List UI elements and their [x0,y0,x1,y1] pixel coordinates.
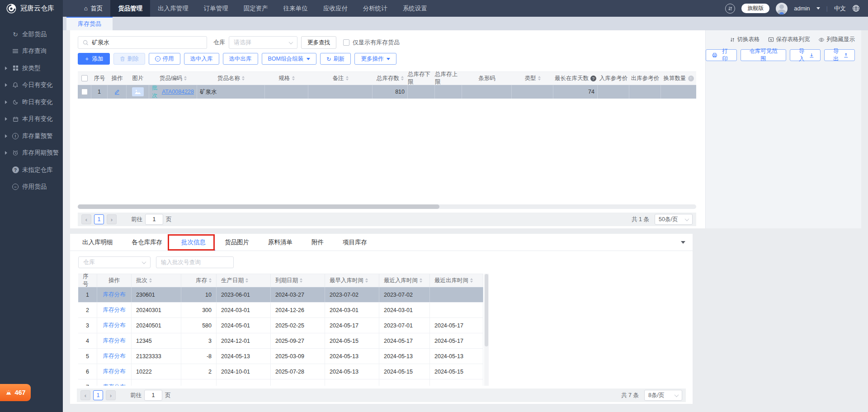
tab-batch-info[interactable]: 批次信息 [172,234,215,251]
language-switch[interactable]: 中文 [834,5,846,13]
selected-inbound-button[interactable]: 选中入库 [184,53,219,65]
expand-arrow-icon[interactable] [5,151,9,155]
next-page-button[interactable]: › [107,214,117,224]
sortable-header[interactable]: 库存 [181,274,217,287]
help-icon[interactable]: ? [590,76,596,81]
row-checkbox[interactable] [81,89,88,95]
avatar[interactable] [776,3,788,14]
nav-item-partners[interactable]: 往来单位 [276,0,316,17]
save-column-width-link[interactable]: 保存表格列宽 [768,36,810,43]
more-actions-button[interactable]: 更多操作 [354,53,396,65]
stock-distribution-link[interactable]: 库存分布 [103,322,126,329]
nav-item-analytics[interactable]: 分析统计 [355,0,395,17]
add-button[interactable]: ＋添加 [78,53,110,65]
tab-warehouse-stock[interactable]: 各仓库库存 [123,234,172,251]
nav-item-orders[interactable]: 订单管理 [196,0,236,17]
batch-row[interactable]: 3 库存分布 20240501 580 2024-05-01 2025-02-2… [78,318,483,333]
prev-page-button[interactable]: ‹ [81,214,91,224]
prev-page-button[interactable]: ‹ [80,390,90,400]
batch-row[interactable]: 4 库存分布 12345 3 2024-12-01 2025-09-27 202… [78,333,483,349]
select-all-checkbox[interactable] [81,75,88,81]
expand-arrow-icon[interactable] [5,100,9,104]
tab-stock-goods[interactable]: 库存货品 [66,17,113,30]
batch-row-clipped[interactable]: 7 库存分布 [78,379,483,386]
goods-search-box[interactable] [78,36,207,49]
page-size-select[interactable]: 50条/页 [655,214,693,225]
nav-item-payables[interactable]: 应收应付 [316,0,355,17]
batch-row[interactable]: 2 库存分布 20240301 300 2024-03-01 2024-12-2… [78,303,483,318]
sortable-header[interactable]: 最近出库时间 [430,274,483,287]
bom-assembly-button[interactable]: BOM组合组装 [262,53,316,65]
stock-distribution-link[interactable]: 库存分布 [103,383,126,386]
sidebar-item-stock-query[interactable]: 库存查询 [0,43,63,60]
more-search-button[interactable]: 更多查找 [301,36,336,49]
only-stock-checkbox[interactable] [343,39,349,46]
sortable-header[interactable]: 货品名称 [197,72,265,85]
batch-row[interactable]: 5 库存分布 21323333 -8 2024-05-13 2025-03-09… [78,349,483,364]
data-sync-icon[interactable] [725,4,735,14]
page-number[interactable]: 1 [93,390,103,400]
edit-icon[interactable] [114,89,120,95]
tab-material-list[interactable]: 原料清单 [259,234,302,251]
page-number[interactable]: 1 [94,214,104,224]
nav-item-assets[interactable]: 固定资产 [236,0,276,17]
sidebar-item-by-type[interactable]: 按类型 [0,60,63,77]
sortable-header[interactable]: 类型 [512,72,553,85]
nav-item-inout[interactable]: 出入库管理 [150,0,196,17]
batch-search-input[interactable] [156,256,234,268]
goto-page-input[interactable] [145,214,163,225]
stock-distribution-link[interactable]: 库存分布 [103,337,126,345]
sortable-header[interactable]: 生产日期 [217,274,271,287]
batch-row[interactable]: 1 库存分布 230601 10 2023-06-01 2024-03-27 2… [78,287,483,303]
stock-distribution-link[interactable]: 库存分布 [103,306,126,314]
expand-arrow-icon[interactable] [5,66,9,70]
alert-count-badge[interactable]: 467 [0,384,31,401]
refresh-button[interactable]: ↻刷新 [320,53,351,65]
horizontal-scrollbar[interactable] [78,204,696,209]
column-visibility-link[interactable]: 列隐藏显示 [818,36,855,43]
goods-row-selected[interactable]: 1 批次 ATA0084228 矿泉水 810 [78,85,696,99]
selected-outbound-button[interactable]: 选中出库 [223,53,258,65]
stock-distribution-link[interactable]: 库存分布 [103,291,126,298]
sortable-header[interactable]: 规格 [265,72,308,85]
expand-arrow-icon[interactable] [5,83,9,87]
sidebar-item-yesterday-changes[interactable]: 昨日有变化 [0,94,63,111]
tab-goods-images[interactable]: 货品图片 [215,234,259,251]
scrollbar-thumb[interactable] [78,204,439,209]
sidebar-item-all-goods[interactable]: ↻全部货品 [0,26,63,43]
nav-item-goods[interactable]: 货品管理 [110,0,150,17]
collapse-panel-icon[interactable] [681,241,685,244]
sortable-header[interactable]: 批次 [132,274,181,287]
tab-inout-detail[interactable]: 出入库明细 [73,234,123,251]
sortable-header[interactable]: 到期日期 [271,274,325,287]
disable-button[interactable]: −停用 [149,53,180,65]
sidebar-item-month-changes[interactable]: 本月有变化 [0,111,63,128]
nav-item-home[interactable]: ⌂ 首页 [76,0,110,17]
sortable-header[interactable]: 最早入库时间 [325,274,379,287]
conversion-info-icon[interactable]: ↑ [688,76,694,81]
expand-arrow-icon[interactable] [5,134,9,138]
print-button[interactable]: 打印 [706,49,737,61]
sidebar-item-stock-alert[interactable]: ! 库存量预警 [0,128,63,145]
tab-attachments[interactable]: 附件 [302,234,333,251]
expand-arrow-icon[interactable] [5,117,9,121]
page-size-select[interactable]: 8条/页 [644,390,682,401]
scrollbar-thumb[interactable] [485,274,488,346]
tab-project-stock[interactable]: 项目库存 [333,234,377,251]
stock-distribution-link[interactable]: 库存分布 [103,352,126,360]
username[interactable]: admin [794,5,810,12]
nav-item-settings[interactable]: 系统设置 [395,0,435,17]
sortable-header[interactable]: 货品编码 [149,72,197,85]
edition-badge[interactable]: 旗舰版 [741,4,769,13]
delete-button[interactable]: 删除 [113,53,145,65]
stock-distribution-link[interactable]: 库存分布 [103,368,126,375]
sortable-header[interactable]: 备注 [308,72,373,85]
sidebar-item-disabled-goods[interactable]: − 停用货品 [0,179,63,196]
warehouse-visibility-button[interactable]: 仓库可见范围 [741,49,786,61]
warehouse-select[interactable]: 请选择 [229,36,297,49]
sortable-header[interactable]: 最近入库时间 [379,274,430,287]
sidebar-item-today-changes[interactable]: 今日有变化 [0,77,63,94]
switch-table-link[interactable]: 切换表格 [730,36,760,43]
user-menu-caret-icon[interactable] [816,7,820,9]
goods-image-thumbnail[interactable] [132,87,144,96]
